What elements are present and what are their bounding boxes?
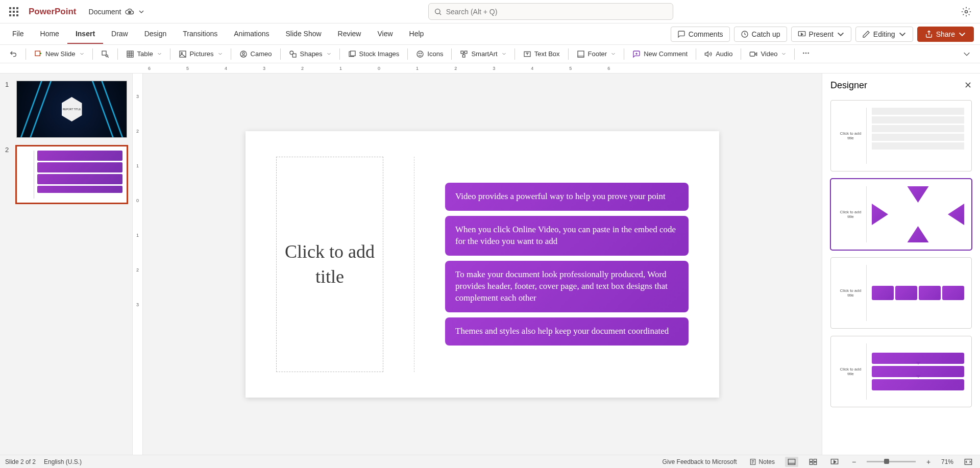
designer-card-3[interactable]: Click to add title	[830, 257, 972, 329]
tab-view[interactable]: View	[369, 24, 401, 44]
designer-card-1[interactable]: Click to add title	[830, 100, 972, 171]
svg-rect-9	[127, 51, 133, 57]
comments-button[interactable]: Comments	[671, 27, 730, 42]
catchup-button[interactable]: Catch up	[734, 27, 787, 42]
tab-file[interactable]: File	[4, 24, 32, 44]
present-label: Present	[809, 30, 834, 38]
zoom-out-button[interactable]: −	[849, 458, 859, 466]
slide-thumbnail-1[interactable]: REPORT TITLE	[16, 81, 127, 138]
ribbon-overflow-button[interactable]	[798, 46, 814, 62]
smartart-button[interactable]: SmartArt	[455, 47, 511, 61]
chevron-down-icon	[958, 30, 966, 38]
present-button[interactable]: Present	[791, 27, 851, 42]
zoom-slider[interactable]	[867, 461, 916, 462]
search-box[interactable]	[428, 3, 673, 20]
svg-point-28	[803, 52, 804, 54]
feedback-link[interactable]: Give Feedback to Microsoft	[660, 457, 739, 466]
normal-view-button[interactable]	[785, 457, 798, 467]
reuse-slides-button[interactable]	[96, 47, 114, 61]
slideshow-view-button[interactable]	[828, 457, 841, 467]
document-name[interactable]: Document	[89, 7, 145, 16]
tab-home[interactable]: Home	[32, 24, 67, 44]
cameo-button[interactable]: Cameo	[234, 47, 277, 61]
audio-label: Audio	[716, 50, 732, 58]
horizontal-ruler: 6 5 4 3 2 1 0 1 2 3 4 5 6	[0, 63, 980, 73]
footer-button[interactable]: Footer	[572, 47, 621, 61]
thumb-number: 2	[5, 146, 12, 203]
content-box-1[interactable]: Video provides a powerful way to help yo…	[445, 183, 689, 211]
search-input[interactable]	[446, 8, 668, 16]
shapes-button[interactable]: Shapes	[284, 47, 336, 61]
tab-help[interactable]: Help	[401, 24, 432, 44]
settings-button[interactable]	[957, 2, 976, 21]
sorter-view-button[interactable]	[806, 457, 820, 467]
table-icon	[126, 50, 134, 58]
language-indicator[interactable]: English (U.S.)	[44, 458, 82, 465]
slide-thumbnail-2[interactable]	[16, 146, 127, 203]
video-button[interactable]: Video	[744, 47, 791, 61]
fit-icon	[964, 458, 972, 465]
gear-icon	[961, 7, 971, 17]
designer-suggestions-list[interactable]: Click to add title Click to add title Cl…	[822, 97, 980, 455]
textbox-button[interactable]: Text Box	[518, 47, 565, 61]
app-name: PowerPoint	[29, 7, 77, 17]
chevron-down-icon	[502, 52, 506, 56]
designer-card-4[interactable]: Click to add title	[830, 336, 972, 407]
slide[interactable]: Click to add title Video provides a powe…	[246, 131, 719, 398]
new-comment-button[interactable]: New Comment	[627, 47, 693, 61]
svg-point-19	[419, 53, 420, 54]
zoom-percent[interactable]: 71%	[941, 458, 953, 465]
chevron-down-icon	[963, 50, 971, 58]
content-box-4[interactable]: Themes and styles also help keep your do…	[445, 317, 689, 346]
content-placeholder[interactable]: Video provides a powerful way to help yo…	[445, 157, 689, 372]
zoom-slider-knob[interactable]	[884, 459, 889, 464]
stock-images-label: Stock Images	[359, 50, 400, 58]
fit-to-window-button[interactable]	[962, 457, 975, 467]
slide-canvas-area[interactable]: Click to add title Video provides a powe…	[143, 73, 822, 455]
app-launcher[interactable]	[4, 2, 23, 21]
undo-button[interactable]	[4, 47, 22, 61]
comments-label: Comments	[689, 30, 723, 38]
chevron-down-icon	[898, 30, 906, 38]
document-name-text: Document	[89, 8, 121, 16]
designer-title: Designer	[830, 80, 867, 91]
pencil-icon	[862, 30, 870, 38]
tab-insert[interactable]: Insert	[67, 24, 103, 44]
slide-thumbnail-panel[interactable]: 1 REPORT TITLE 2	[0, 73, 133, 455]
tab-animations[interactable]: Animations	[226, 24, 277, 44]
tab-review[interactable]: Review	[330, 24, 370, 44]
content-box-2[interactable]: When you click Online Video, you can pas…	[445, 216, 689, 256]
thumb-number: 1	[5, 81, 12, 138]
slide-counter[interactable]: Slide 2 of 2	[5, 458, 36, 465]
notes-button[interactable]: Notes	[747, 457, 777, 466]
svg-rect-36	[814, 462, 816, 464]
catchup-label: Catch up	[752, 30, 780, 38]
designer-card-2[interactable]: Click to add title	[830, 179, 972, 250]
tab-draw[interactable]: Draw	[103, 24, 136, 44]
audio-button[interactable]: Audio	[699, 47, 738, 61]
ribbon-collapse-button[interactable]	[958, 47, 976, 61]
designer-pane: Designer ✕ Click to add title Click to a…	[822, 73, 980, 455]
share-icon	[925, 30, 933, 38]
svg-rect-32	[788, 459, 795, 464]
content-box-3[interactable]: To make your document look professionall…	[445, 261, 689, 312]
sorter-view-icon	[809, 458, 817, 465]
share-button[interactable]: Share	[917, 27, 974, 42]
saved-cloud-icon	[125, 7, 134, 16]
video-icon	[749, 50, 757, 58]
catchup-icon	[741, 30, 749, 38]
title-placeholder[interactable]: Click to add title	[276, 157, 383, 372]
svg-rect-34	[814, 459, 816, 461]
zoom-in-button[interactable]: +	[924, 458, 933, 466]
stock-images-button[interactable]: Stock Images	[343, 47, 405, 61]
icons-button[interactable]: Icons	[411, 47, 448, 61]
table-button[interactable]: Table	[121, 47, 167, 61]
editing-button[interactable]: Editing	[855, 27, 913, 42]
tab-slide-show[interactable]: Slide Show	[278, 24, 330, 44]
pictures-button[interactable]: Pictures	[174, 47, 228, 61]
tab-design[interactable]: Design	[136, 24, 175, 44]
cameo-icon	[239, 50, 248, 58]
new-slide-button[interactable]: New Slide	[29, 47, 89, 61]
designer-close-button[interactable]: ✕	[964, 80, 972, 91]
tab-transitions[interactable]: Transitions	[175, 24, 226, 44]
